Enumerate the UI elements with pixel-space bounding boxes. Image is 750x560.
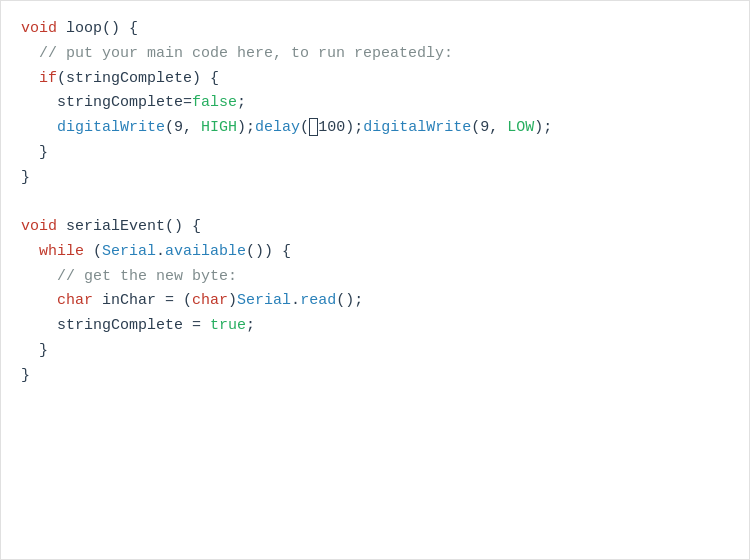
- code-editor: void loop() { // put your main code here…: [0, 0, 750, 560]
- code-line-12: // get the new byte:: [21, 265, 729, 290]
- code-line-7: }: [21, 166, 729, 191]
- code-line-16: }: [21, 364, 729, 389]
- code-line-13: char inChar = (char)Serial.read();: [21, 289, 729, 314]
- code-line-4: stringComplete=false;: [21, 91, 729, 116]
- code-line-14: stringComplete = true;: [21, 314, 729, 339]
- code-line-11: while (Serial.available()) {: [21, 240, 729, 265]
- code-line-10: void serialEvent() {: [21, 215, 729, 240]
- code-line-15: }: [21, 339, 729, 364]
- code-line-1: void loop() {: [21, 17, 729, 42]
- code-line-3: if(stringComplete) {: [21, 67, 729, 92]
- blank-line-1: [21, 190, 729, 215]
- code-line-5: digitalWrite(9, HIGH);delay(100);digital…: [21, 116, 729, 141]
- code-line-2: // put your main code here, to run repea…: [21, 42, 729, 67]
- code-line-6: }: [21, 141, 729, 166]
